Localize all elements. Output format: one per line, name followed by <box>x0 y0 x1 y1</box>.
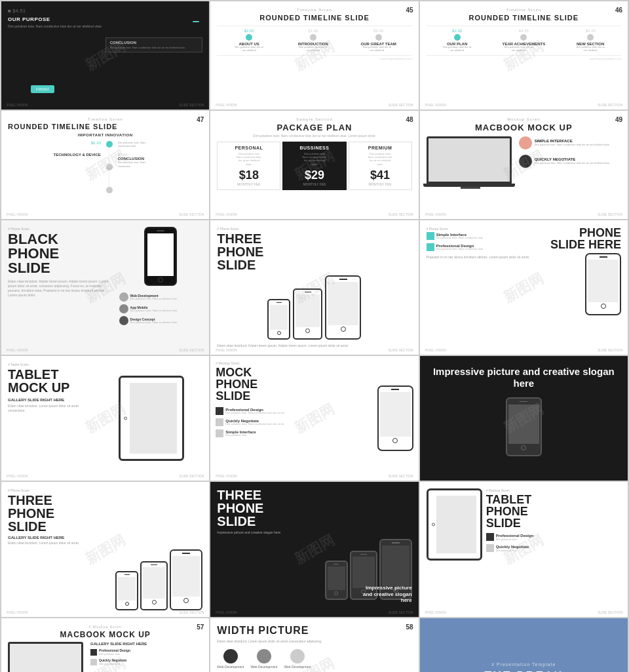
slide3-section-b: SLIDE SECTION <box>598 103 622 107</box>
slide14-body: Impressive picture and creative slogan h… <box>217 530 411 535</box>
slide-4: 新图网 Timeline Scren ROUNDED TIMELINE SLID… <box>1 111 209 219</box>
slide2-title: ROUNDED TIMELINE SLIDE <box>217 14 411 22</box>
slide9-pixel: PIXEL VISION <box>425 348 446 352</box>
slide1-body: Dim polutiner tiste. Nam condective tist… <box>8 24 124 29</box>
slide16-gallery: GALLERY SLIDE RIGHT HERE <box>90 642 202 646</box>
slide5-section-b: SLIDE SECTION <box>389 212 413 216</box>
slide16-section: # Mockup Scren <box>8 625 202 629</box>
slide1-section: SLIDE SECTION <box>179 103 204 107</box>
slide11-section-b: SLIDE SECTION <box>389 474 413 478</box>
slide6-section-b: SLIDE SECTION <box>598 212 622 216</box>
slide3-pixel: PIXEL VISION <box>425 103 446 107</box>
slide5-title: PACKAGE PLAN <box>217 123 411 132</box>
slide8-pixel: PIXEL VISION <box>216 348 237 352</box>
slide18-title: THE BREAK <box>484 669 563 673</box>
slide-18: # Presentation Template THE BREAK <box>420 618 628 672</box>
slide3-section: Timeline Scren <box>427 8 621 12</box>
slide11-section: # Mockup Scren <box>216 361 373 365</box>
slide4-section-b: SLIDE SECTION <box>179 212 204 216</box>
slide5-pixel: PIXEL VISION <box>216 212 237 216</box>
slide13-body: Etiam vitae tincidunt. Lorem ipsum dolor… <box>8 541 202 545</box>
slide4-section: Timeline Scren <box>8 117 202 121</box>
slide17-title: WIDTH PICTURE <box>217 625 411 637</box>
slide10-title: TABLET MOCK UP <box>8 368 96 394</box>
slide-3: 新图网 Timeline Scren ROUNDED TIMELINE SLID… <box>420 1 628 109</box>
slide9-section: # Phone Scren <box>427 227 546 231</box>
slide3-num: 46 <box>615 7 622 14</box>
slide2-section: Timeline Scren <box>217 8 411 12</box>
slide9-title: PHONE SLIDE HERE <box>550 227 621 250</box>
slide13-section: # Phone Scren <box>8 488 202 492</box>
slide18-label: # Presentation Template <box>491 662 556 667</box>
slide-10: 新图网 # Tablet Scren TABLET MOCK UP GALLER… <box>1 356 209 481</box>
slide5-sub: Dim polutiner tiste. Nam condective tist… <box>217 134 411 138</box>
slide-2: 新图网 Timeline Scren ROUNDED TIMELINE SLID… <box>210 1 418 109</box>
slide10-body: Etiam vitae tincidunt. Lorem ipsum dolor… <box>8 404 96 413</box>
slide-9: 新图网 # Phone Scren Simple Interface Dim p… <box>420 220 628 355</box>
slide9-section-b: SLIDE SECTION <box>598 348 622 352</box>
slide-15: 新图网 # Mockup Scren TABLET PHONE SLIDE Pr… <box>420 482 628 617</box>
slide10-section: # Tablet Scren <box>8 363 96 366</box>
slide6-pixel: PIXEL VISION <box>425 212 446 216</box>
slide-12: 新图网 Impressive picture and creative slog… <box>420 356 628 481</box>
slide6-title: MACBOOK MOCK UP <box>427 123 621 132</box>
slide17-num: 58 <box>406 623 413 631</box>
slide15-section: # Mockup Scren <box>486 488 621 492</box>
slide12-title: Impressive picture and creative slogan h… <box>427 366 621 389</box>
slide-1: 新图网 ■ $4.51 OUR PURPOSE Dim polutiner ti… <box>1 1 209 109</box>
slide-6: 新图网 Mockup Scren MACBOOK MOCK UP 49 SIMP… <box>420 111 628 219</box>
slide16-num: 57 <box>197 623 204 631</box>
slide11-title: MOCK PHONE SLIDE <box>216 366 373 402</box>
slide2-section-b: SLIDE SECTION <box>389 103 413 107</box>
slide7-body: Etiam vitae tincidunt. Arlpter lorem ips… <box>8 279 115 298</box>
slide13-section-b: SLIDE SECTION <box>179 610 204 614</box>
slide14-pixel: PIXEL VISION <box>216 610 237 614</box>
slide1-title: OUR PURPOSE <box>8 16 202 22</box>
slide16-title: MACBOOK MOCK UP <box>8 630 202 639</box>
slide6-num: 49 <box>615 116 622 123</box>
slide7-title: BLACK PHONE SLIDE <box>8 232 115 275</box>
slide4-pixel: PIXEL VISION <box>7 212 28 216</box>
slide1-btn[interactable]: FINISH <box>31 85 54 93</box>
slide10-section-b: SLIDE SECTION <box>179 474 204 478</box>
slide1-pixel: PIXEL VISION <box>7 103 28 107</box>
slide-8: 新图网 # Phone Scren THREE PHONE SLIDE <box>210 220 418 355</box>
slide15-section-b: SLIDE SECTION <box>598 610 622 614</box>
slide7-section-b: SLIDE SECTION <box>179 348 204 352</box>
slide17-body: Etiam vitae tincidunt. Lorem ipsum dolor… <box>217 639 411 644</box>
slide8-section-b: SLIDE SECTION <box>389 348 413 352</box>
slide4-title: ROUNDED TIMELINE SLIDE <box>8 123 202 130</box>
slide-17: 新图网 58 WIDTH PICTURE Etiam vitae tincidu… <box>210 618 418 672</box>
slide14-section-b: SLIDE SECTION <box>389 610 413 614</box>
slide5-num: 48 <box>406 116 413 123</box>
slide2-pixel: PIXEL VISION <box>216 103 237 107</box>
slide10-pixel: PIXEL VISION <box>7 474 28 478</box>
slide-grid: 新图网 ■ $4.51 OUR PURPOSE Dim polutiner ti… <box>0 0 629 672</box>
slide9-body: Praesent in mi nec lectus tincidunt ultr… <box>427 255 546 260</box>
slide6-section: Mockup Scren <box>427 117 621 121</box>
slide8-title: THREE PHONE SLIDE <box>217 232 411 271</box>
slide3-title: ROUNDED TIMELINE SLIDE <box>427 14 621 22</box>
slide-13: 新图网 # Phone Scren THREE PHONE SLIDE GALL… <box>1 482 209 617</box>
slide8-section: # Phone Scren <box>217 227 411 231</box>
slide7-pixel: PIXEL VISION <box>7 348 28 352</box>
slide13-pixel: PIXEL VISION <box>7 610 28 614</box>
slide5-section: Sample Section <box>217 117 411 121</box>
slide15-pixel: PIXEL VISION <box>425 610 446 614</box>
slide13-gallery: GALLERY SLIDE RIGHT HERE <box>8 536 202 540</box>
slide1-conclude: CONCLUSION Dim polutiner tiste. Nam cond… <box>105 37 203 52</box>
slide-5: 新图网 Sample Section PACKAGE PLAN 48 Dim p… <box>210 111 418 219</box>
slide-14: 新图网 THREE PHONE SLIDE Impressive picture… <box>210 482 418 617</box>
slide-16: 新图网 # Mockup Scren MACBOOK MOCK UP 57 GA… <box>1 618 209 672</box>
slide4-important: IMPORTANT INNOVATION <box>8 133 202 137</box>
slide11-pixel: PIXEL VISION <box>216 474 237 478</box>
slide8-body: Etiam vitae tincidunt. Arlpter lorem ips… <box>217 344 411 348</box>
slide13-title: THREE PHONE SLIDE <box>8 494 202 533</box>
slide15-title: TABLET PHONE SLIDE <box>486 494 621 529</box>
slide4-num: 47 <box>197 116 204 123</box>
slide14-title: THREE PHONE SLIDE <box>217 488 411 528</box>
slide2-num: 45 <box>406 7 413 14</box>
slide10-gallery: GALLERY SLIDE RIGHT HERE <box>8 398 96 402</box>
slide1-chip: ■ $4.51 <box>8 8 202 14</box>
slide-7: 新图网 # Phone Scren BLACK PHONE SLIDE Etia… <box>1 220 209 355</box>
